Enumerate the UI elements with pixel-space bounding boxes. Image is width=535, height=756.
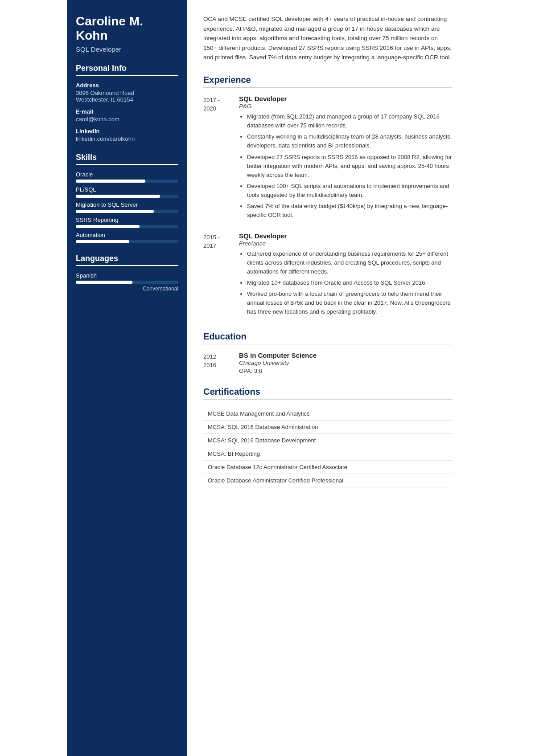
languages-list: Spanish Conversational: [76, 272, 178, 292]
exp-dates: 2017 -2020: [203, 95, 239, 222]
exp-company: P&G: [239, 103, 452, 110]
language-bar-bg: [76, 281, 178, 284]
exp-bullet: Migrated (from SQL 2012) and managed a g…: [247, 112, 452, 130]
certifications-tbody: MCSE Data Management and AnalyticsMCSA: …: [203, 407, 452, 487]
main-content: OCA and MCSE certified SQL developer wit…: [187, 0, 468, 756]
skill-name: Automation: [76, 232, 178, 238]
skill-name: PL/SQL: [76, 186, 178, 193]
certifications-table: MCSE Data Management and AnalyticsMCSA: …: [203, 407, 452, 487]
skill-bar-bg: [76, 210, 178, 213]
address-line2: Westchester, IL 60154: [76, 96, 133, 103]
skill-item: Automation: [76, 232, 178, 243]
edu-degree: BS in Computer Science: [239, 351, 317, 359]
exp-dates: 2015 -2017: [203, 232, 239, 319]
exp-job-title: SQL Developer: [239, 232, 452, 240]
skill-name: SSRS Reporting: [76, 217, 178, 223]
skill-name: Oracle: [76, 171, 178, 178]
exp-bullet: Gathered experience of understanding bus…: [247, 249, 452, 276]
resume-container: Caroline M. Kohn SQL Developer Personal …: [67, 0, 468, 756]
linkedin-label: LinkedIn: [76, 128, 178, 135]
candidate-name: Caroline M. Kohn: [76, 14, 178, 43]
edu-dates: 2012 -2016: [203, 351, 239, 374]
education-list: 2012 -2016 BS in Computer Science Chicag…: [203, 351, 452, 374]
certifications-title: Certifications: [203, 387, 452, 400]
cert-name: MCSA: SQL 2016 Database Development: [203, 433, 452, 447]
address-value: 3896 Oakmound Road Westchester, IL 60154: [76, 90, 178, 103]
exp-company: Freelance: [239, 240, 452, 247]
exp-job-title: SQL Developer: [239, 95, 452, 102]
exp-content: SQL Developer Freelance Gathered experie…: [239, 232, 452, 319]
experience-entry: 2017 -2020 SQL Developer P&G Migrated (f…: [203, 95, 452, 222]
language-bar-fill: [76, 281, 132, 284]
cert-row: MCSE Data Management and Analytics: [203, 407, 452, 420]
email-label: E-mail: [76, 108, 178, 115]
education-entry: 2012 -2016 BS in Computer Science Chicag…: [203, 351, 452, 374]
skill-item: Oracle: [76, 171, 178, 183]
exp-content: SQL Developer P&G Migrated (from SQL 201…: [239, 95, 452, 222]
exp-bullets: Gathered experience of understanding bus…: [239, 249, 452, 317]
skills-section-title: Skills: [76, 153, 178, 165]
skill-bar-fill: [76, 225, 140, 228]
skill-bar-fill: [76, 195, 160, 198]
exp-bullet: Migrated 10+ databases from Oracle and A…: [247, 278, 452, 287]
skill-bar-bg: [76, 240, 178, 243]
language-level: Conversational: [76, 286, 178, 292]
experience-entry: 2015 -2017 SQL Developer Freelance Gathe…: [203, 232, 452, 319]
education-title: Education: [203, 331, 452, 344]
exp-bullet: Constantly working in a multidisciplinar…: [247, 132, 452, 150]
skills-list: Oracle PL/SQL Migration to SQL Server SS…: [76, 171, 178, 243]
certifications-section: Certifications MCSE Data Management and …: [203, 387, 452, 487]
edu-gpa: GPA: 3.8: [239, 368, 317, 374]
experience-section: Experience 2017 -2020 SQL Developer P&G …: [203, 75, 452, 319]
cert-row: Oracle Database Administrator Certified …: [203, 474, 452, 487]
exp-bullets: Migrated (from SQL 2012) and managed a g…: [239, 112, 452, 220]
personal-info-section-title: Personal Info: [76, 64, 178, 76]
summary-text: OCA and MCSE certified SQL developer wit…: [203, 14, 452, 62]
candidate-title: SQL Developer: [76, 45, 178, 53]
language-item: Spanish Conversational: [76, 272, 178, 292]
cert-name: MCSA: SQL 2016 Database Administration: [203, 420, 452, 433]
languages-section-title: Languages: [76, 254, 178, 266]
skill-item: SSRS Reporting: [76, 217, 178, 228]
education-section: Education 2012 -2016 BS in Computer Scie…: [203, 331, 452, 374]
cert-row: MCSA: SQL 2016 Database Development: [203, 433, 452, 447]
skill-item: PL/SQL: [76, 186, 178, 198]
cert-name: Oracle Database 12c Administrator Certif…: [203, 460, 452, 474]
skill-name: Migration to SQL Server: [76, 201, 178, 208]
exp-bullet: Saved 7% of the data entry budget ($140k…: [247, 202, 452, 220]
edu-school: Chicago University: [239, 360, 317, 366]
language-name: Spanish: [76, 272, 178, 279]
cert-row: MCSA: BI Reporting: [203, 447, 452, 460]
skill-bar-fill: [76, 210, 154, 213]
skill-bar-bg: [76, 180, 178, 183]
email-value: carol@kohn.com: [76, 116, 178, 123]
skill-item: Migration to SQL Server: [76, 201, 178, 213]
skill-bar-bg: [76, 225, 178, 228]
exp-bullet: Worked pro-bono with a local chain of gr…: [247, 290, 452, 316]
exp-bullet: Developed 27 SSRS reports in SSRS 2016 a…: [247, 153, 452, 180]
skill-bar-fill: [76, 240, 129, 243]
cert-name: MCSA: BI Reporting: [203, 447, 452, 460]
exp-bullet: Developed 100+ SQL scripts and automatio…: [247, 182, 452, 200]
skill-bar-fill: [76, 180, 145, 183]
experience-list: 2017 -2020 SQL Developer P&G Migrated (f…: [203, 95, 452, 319]
experience-title: Experience: [203, 75, 452, 88]
address-label: Address: [76, 82, 178, 89]
cert-row: Oracle Database 12c Administrator Certif…: [203, 460, 452, 474]
skill-bar-bg: [76, 195, 178, 198]
cert-name: Oracle Database Administrator Certified …: [203, 474, 452, 487]
sidebar: Caroline M. Kohn SQL Developer Personal …: [67, 0, 187, 756]
linkedin-value: linkedin.com/carolkohn: [76, 135, 178, 142]
edu-content: BS in Computer Science Chicago Universit…: [239, 351, 317, 374]
address-line1: 3896 Oakmound Road: [76, 90, 134, 96]
cert-row: MCSA: SQL 2016 Database Administration: [203, 420, 452, 433]
cert-name: MCSE Data Management and Analytics: [203, 407, 452, 420]
